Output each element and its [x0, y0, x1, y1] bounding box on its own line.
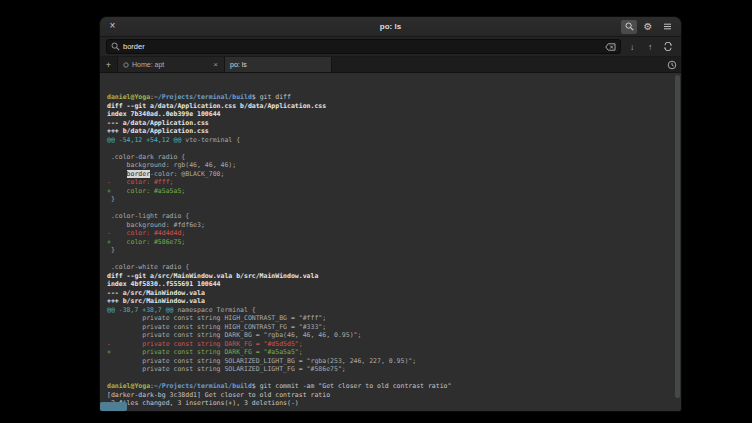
terminal-line [107, 255, 671, 264]
terminal-line: background: rgb(46, 46, 46); [107, 161, 671, 170]
terminal-line: - private const string DARK_FG = "#d5d5d… [107, 340, 671, 349]
arrow-up-icon: ↑ [648, 42, 652, 52]
settings-button[interactable]: ⚙ [640, 20, 656, 34]
terminal-line: +++ b/src/MainWindow.vala [107, 297, 671, 306]
terminal-line: + color: #586e75; [107, 238, 671, 247]
terminal-line: + private const string DARK_FG = "#a5a5a… [107, 348, 671, 357]
terminal-line: .color-light radio { [107, 212, 671, 221]
terminal-line: +++ b/data/Application.css [107, 127, 671, 136]
search-input[interactable] [123, 42, 602, 51]
search-bar: ↓ ↑ [100, 37, 681, 57]
terminal-line: daniel@Yoga:~/Projects/terminal/build$ g… [107, 382, 671, 391]
terminal-line: daniel@Yoga:~/Projects/terminal/build$ g… [107, 93, 671, 102]
clear-search-icon[interactable] [605, 43, 616, 51]
search-previous-button[interactable]: ↑ [643, 40, 657, 54]
terminal-line: index 4bf5830..f555691 100644 [107, 280, 671, 289]
window-title: po: ls [100, 22, 681, 31]
terminal-line: diff --git a/src/MainWindow.vala b/src/M… [107, 272, 671, 281]
search-next-button[interactable]: ↓ [625, 40, 639, 54]
terminal-line: .color-dark radio { [107, 153, 671, 162]
titlebar: × po: ls ⚙ [100, 17, 681, 37]
titlebar-actions: ⚙ [621, 20, 675, 34]
terminal-line [107, 144, 671, 153]
cyclic-search-button[interactable] [661, 40, 675, 54]
terminal-line: private const string HIGH_CONTRAST_BG = … [107, 314, 671, 323]
search-icon [625, 22, 634, 31]
scrollbar[interactable] [675, 75, 680, 408]
scrollbar-thumb[interactable] [675, 75, 680, 398]
terminal-line: - color: #fff; [107, 178, 671, 187]
search-icon [111, 42, 120, 51]
terminal-line: private const string DARK_BG = "rgba(46,… [107, 331, 671, 340]
terminal-line: background: #fdf6e3; [107, 221, 671, 230]
tab-icon [123, 62, 129, 68]
terminal-output: daniel@Yoga:~/Projects/terminal/build$ g… [107, 93, 671, 408]
terminal-line: border-color: @BLACK_700; [107, 170, 671, 179]
tabbar-spacer [332, 57, 663, 72]
new-tab-button[interactable]: + [100, 57, 118, 72]
terminal-line: --- a/data/Application.css [107, 119, 671, 128]
terminal-line: - color: #4d4d4d; [107, 229, 671, 238]
terminal-line: .color-white radio { [107, 263, 671, 272]
search-toggle-button[interactable] [621, 20, 637, 34]
tab-label: Home: apt [132, 61, 164, 68]
terminal-line: [darker-dark-bg 3c38dd1] Get closer to o… [107, 391, 671, 400]
cycle-arrows-icon [663, 42, 673, 51]
terminal-line: private const string SOLARIZED_LIGHT_BG … [107, 357, 671, 366]
clock-history-icon [667, 60, 677, 70]
tab-label: po: ls [230, 61, 247, 68]
history-button[interactable] [663, 57, 681, 72]
terminal-line [107, 374, 671, 383]
terminal-line: } [107, 246, 671, 255]
menu-button[interactable] [659, 20, 675, 34]
terminal-line: --- a/src/MainWindow.vala [107, 289, 671, 298]
tab-bar: + Home: apt × po: ls [100, 57, 681, 73]
terminal-line: @@ -54,12 +54,12 @@ vte-terminal { [107, 136, 671, 145]
terminal-line: private const string HIGH_CONTRAST_FG = … [107, 323, 671, 332]
terminal-window: × po: ls ⚙ [100, 17, 681, 411]
terminal-line: } [107, 195, 671, 204]
tab-close-icon[interactable]: × [212, 60, 219, 69]
tab-po-ls[interactable]: po: ls [225, 57, 332, 72]
terminal-line [107, 204, 671, 213]
tab-home-apt[interactable]: Home: apt × [118, 57, 225, 72]
hamburger-menu-icon [663, 22, 672, 31]
close-window-button[interactable]: × [106, 20, 119, 33]
terminal-line: private const string SOLARIZED_LIGHT_FG … [107, 365, 671, 374]
search-entry[interactable] [106, 39, 621, 54]
terminal-area[interactable]: daniel@Yoga:~/Projects/terminal/build$ g… [100, 73, 681, 411]
terminal-line: 2 files changed, 3 insertions(+), 3 dele… [107, 399, 671, 408]
terminal-line: index 7b340ad..0eb399e 100644 [107, 110, 671, 119]
arrow-down-icon: ↓ [630, 42, 634, 52]
gear-icon: ⚙ [644, 21, 653, 32]
overlay-badge [100, 402, 127, 411]
terminal-line: diff --git a/data/Application.css b/data… [107, 102, 671, 111]
terminal-line: + color: #a5a5a5; [107, 187, 671, 196]
terminal-line: @@ -38,7 +38,7 @@ namespace Terminal { [107, 306, 671, 315]
